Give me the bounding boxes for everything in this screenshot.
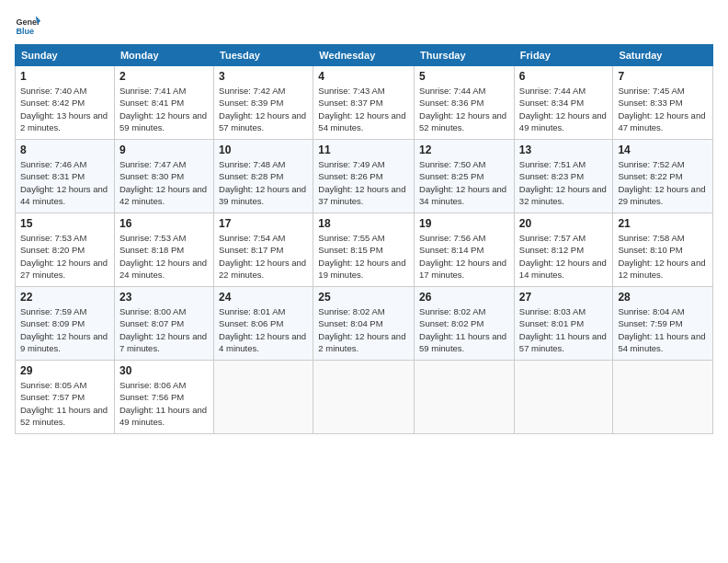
day-cell: 28 Sunrise: 8:04 AM Sunset: 7:59 PM Dayl… — [613, 287, 713, 361]
day-info: Sunrise: 7:57 AM Sunset: 8:12 PM Dayligh… — [519, 232, 609, 281]
day-info: Sunrise: 7:59 AM Sunset: 8:09 PM Dayligh… — [20, 305, 109, 354]
day-info: Sunrise: 8:02 AM Sunset: 8:04 PM Dayligh… — [318, 305, 409, 354]
day-cell: 7 Sunrise: 7:45 AM Sunset: 8:33 PM Dayli… — [613, 66, 713, 140]
day-cell: 8 Sunrise: 7:46 AM Sunset: 8:31 PM Dayli… — [16, 140, 115, 213]
day-number: 16 — [119, 217, 209, 230]
day-cell: 29 Sunrise: 8:05 AM Sunset: 7:57 PM Dayl… — [16, 361, 115, 434]
day-info: Sunrise: 7:53 AM Sunset: 8:20 PM Dayligh… — [20, 232, 109, 281]
header: General Blue — [15, 11, 713, 37]
day-info: Sunrise: 7:47 AM Sunset: 8:30 PM Dayligh… — [119, 158, 209, 207]
day-info: Sunrise: 7:48 AM Sunset: 8:28 PM Dayligh… — [219, 158, 308, 207]
day-cell: 2 Sunrise: 7:41 AM Sunset: 8:41 PM Dayli… — [114, 66, 213, 140]
weekday-header-tuesday: Tuesday — [214, 45, 313, 66]
day-number: 17 — [219, 217, 308, 230]
calendar-table: SundayMondayTuesdayWednesdayThursdayFrid… — [15, 44, 713, 434]
day-cell: 23 Sunrise: 8:00 AM Sunset: 8:07 PM Dayl… — [114, 287, 213, 361]
day-info: Sunrise: 7:44 AM Sunset: 8:36 PM Dayligh… — [419, 85, 509, 133]
logo: General Blue — [15, 11, 42, 37]
day-cell: 12 Sunrise: 7:50 AM Sunset: 8:25 PM Dayl… — [415, 140, 515, 213]
day-info: Sunrise: 7:50 AM Sunset: 8:25 PM Dayligh… — [419, 158, 509, 207]
day-info: Sunrise: 7:56 AM Sunset: 8:14 PM Dayligh… — [419, 232, 509, 281]
day-cell: 27 Sunrise: 8:03 AM Sunset: 8:01 PM Dayl… — [514, 287, 613, 361]
day-number: 11 — [318, 144, 409, 156]
day-number: 24 — [219, 291, 308, 304]
day-number: 12 — [419, 144, 509, 156]
day-cell — [514, 361, 613, 434]
logo-icon: General Blue — [15, 11, 40, 37]
day-cell: 19 Sunrise: 7:56 AM Sunset: 8:14 PM Dayl… — [415, 213, 515, 287]
day-number: 18 — [318, 217, 409, 230]
day-info: Sunrise: 7:45 AM Sunset: 8:33 PM Dayligh… — [618, 85, 708, 133]
day-cell: 11 Sunrise: 7:49 AM Sunset: 8:26 PM Dayl… — [313, 140, 415, 213]
day-cell: 17 Sunrise: 7:54 AM Sunset: 8:17 PM Dayl… — [214, 213, 313, 287]
day-cell: 6 Sunrise: 7:44 AM Sunset: 8:34 PM Dayli… — [514, 66, 613, 140]
day-number: 25 — [318, 291, 409, 304]
day-cell: 3 Sunrise: 7:42 AM Sunset: 8:39 PM Dayli… — [214, 66, 313, 140]
day-cell: 1 Sunrise: 7:40 AM Sunset: 8:42 PM Dayli… — [16, 66, 115, 140]
day-info: Sunrise: 7:42 AM Sunset: 8:39 PM Dayligh… — [219, 85, 308, 133]
day-number: 15 — [20, 217, 109, 230]
day-info: Sunrise: 7:58 AM Sunset: 8:10 PM Dayligh… — [618, 232, 708, 281]
day-number: 22 — [20, 291, 109, 304]
weekday-header-row: SundayMondayTuesdayWednesdayThursdayFrid… — [16, 45, 713, 66]
day-number: 23 — [119, 291, 209, 304]
day-info: Sunrise: 8:04 AM Sunset: 7:59 PM Dayligh… — [618, 305, 708, 354]
day-number: 28 — [618, 291, 708, 304]
day-cell: 26 Sunrise: 8:02 AM Sunset: 8:02 PM Dayl… — [415, 287, 515, 361]
day-info: Sunrise: 7:43 AM Sunset: 8:37 PM Dayligh… — [318, 85, 409, 133]
weekday-header-sunday: Sunday — [16, 45, 115, 66]
weekday-header-monday: Monday — [114, 45, 213, 66]
day-number: 5 — [419, 70, 509, 83]
day-info: Sunrise: 7:52 AM Sunset: 8:22 PM Dayligh… — [618, 158, 708, 207]
day-cell: 18 Sunrise: 7:55 AM Sunset: 8:15 PM Dayl… — [313, 213, 415, 287]
day-cell: 21 Sunrise: 7:58 AM Sunset: 8:10 PM Dayl… — [613, 213, 713, 287]
day-cell: 9 Sunrise: 7:47 AM Sunset: 8:30 PM Dayli… — [114, 140, 213, 213]
day-number: 9 — [119, 144, 209, 156]
weekday-header-thursday: Thursday — [415, 45, 515, 66]
day-info: Sunrise: 7:46 AM Sunset: 8:31 PM Dayligh… — [20, 158, 109, 207]
day-info: Sunrise: 7:55 AM Sunset: 8:15 PM Dayligh… — [318, 232, 409, 281]
week-row-2: 8 Sunrise: 7:46 AM Sunset: 8:31 PM Dayli… — [16, 140, 713, 213]
day-cell: 24 Sunrise: 8:01 AM Sunset: 8:06 PM Dayl… — [214, 287, 313, 361]
day-cell — [214, 361, 313, 434]
day-cell: 13 Sunrise: 7:51 AM Sunset: 8:23 PM Dayl… — [514, 140, 613, 213]
day-info: Sunrise: 8:00 AM Sunset: 8:07 PM Dayligh… — [119, 305, 209, 354]
day-cell: 4 Sunrise: 7:43 AM Sunset: 8:37 PM Dayli… — [313, 66, 415, 140]
day-cell: 15 Sunrise: 7:53 AM Sunset: 8:20 PM Dayl… — [16, 213, 115, 287]
day-info: Sunrise: 8:03 AM Sunset: 8:01 PM Dayligh… — [519, 305, 609, 354]
day-number: 19 — [419, 217, 509, 230]
weekday-header-saturday: Saturday — [613, 45, 713, 66]
day-info: Sunrise: 8:06 AM Sunset: 7:56 PM Dayligh… — [119, 379, 209, 428]
day-info: Sunrise: 7:40 AM Sunset: 8:42 PM Dayligh… — [20, 85, 109, 133]
weekday-header-wednesday: Wednesday — [313, 45, 415, 66]
day-number: 27 — [519, 291, 609, 304]
day-cell: 20 Sunrise: 7:57 AM Sunset: 8:12 PM Dayl… — [514, 213, 613, 287]
weekday-header-friday: Friday — [514, 45, 613, 66]
day-cell: 10 Sunrise: 7:48 AM Sunset: 8:28 PM Dayl… — [214, 140, 313, 213]
day-cell: 14 Sunrise: 7:52 AM Sunset: 8:22 PM Dayl… — [613, 140, 713, 213]
day-cell: 22 Sunrise: 7:59 AM Sunset: 8:09 PM Dayl… — [16, 287, 115, 361]
day-info: Sunrise: 7:53 AM Sunset: 8:18 PM Dayligh… — [119, 232, 209, 281]
day-cell: 16 Sunrise: 7:53 AM Sunset: 8:18 PM Dayl… — [114, 213, 213, 287]
day-number: 20 — [519, 217, 609, 230]
day-cell: 30 Sunrise: 8:06 AM Sunset: 7:56 PM Dayl… — [114, 361, 213, 434]
day-cell — [313, 361, 415, 434]
day-number: 4 — [318, 70, 409, 83]
day-number: 7 — [618, 70, 708, 83]
day-info: Sunrise: 7:44 AM Sunset: 8:34 PM Dayligh… — [519, 85, 609, 133]
day-number: 14 — [618, 144, 708, 156]
day-info: Sunrise: 7:51 AM Sunset: 8:23 PM Dayligh… — [519, 158, 609, 207]
day-cell — [415, 361, 515, 434]
day-info: Sunrise: 8:01 AM Sunset: 8:06 PM Dayligh… — [219, 305, 308, 354]
svg-text:Blue: Blue — [16, 27, 34, 36]
day-info: Sunrise: 7:41 AM Sunset: 8:41 PM Dayligh… — [119, 85, 209, 133]
day-info: Sunrise: 8:02 AM Sunset: 8:02 PM Dayligh… — [419, 305, 509, 354]
day-number: 6 — [519, 70, 609, 83]
day-info: Sunrise: 7:49 AM Sunset: 8:26 PM Dayligh… — [318, 158, 409, 207]
day-number: 2 — [119, 70, 209, 83]
day-cell: 25 Sunrise: 8:02 AM Sunset: 8:04 PM Dayl… — [313, 287, 415, 361]
day-number: 13 — [519, 144, 609, 156]
day-number: 1 — [20, 70, 109, 83]
day-info: Sunrise: 7:54 AM Sunset: 8:17 PM Dayligh… — [219, 232, 308, 281]
week-row-4: 22 Sunrise: 7:59 AM Sunset: 8:09 PM Dayl… — [16, 287, 713, 361]
